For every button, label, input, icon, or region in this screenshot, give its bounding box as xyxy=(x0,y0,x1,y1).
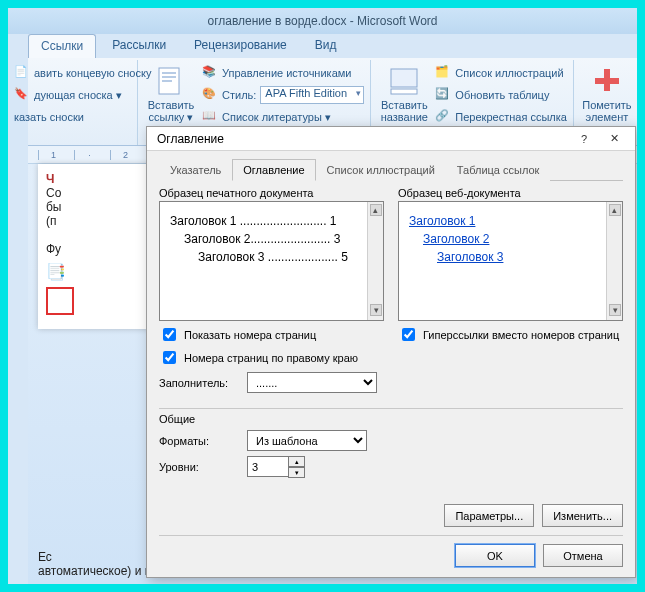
bibliography-icon: 📖 xyxy=(202,109,218,125)
svg-rect-2 xyxy=(162,76,176,78)
modify-button[interactable]: Изменить... xyxy=(542,504,623,527)
levels-label: Уровни: xyxy=(159,461,239,473)
spin-up-icon[interactable]: ▴ xyxy=(288,456,305,467)
mark-entry-icon xyxy=(591,65,623,97)
preview-scrollbar-web[interactable]: ▴▾ xyxy=(606,202,622,320)
leader-label: Заполнитель: xyxy=(159,377,239,389)
scroll-up-icon[interactable]: ▴ xyxy=(370,204,382,216)
footnote-nav-icon: 🔖 xyxy=(14,87,30,103)
refresh-icon: 🔄 xyxy=(435,87,451,103)
citation-icon xyxy=(155,65,187,97)
citation-style-row: 🎨 Стиль: APA Fifth Edition xyxy=(202,84,364,106)
style-icon: 🎨 xyxy=(202,87,218,103)
web-link-3[interactable]: Заголовок 3 xyxy=(437,250,503,264)
svg-rect-1 xyxy=(162,72,176,74)
right-align-checkbox[interactable]: Номера страниц по правому краю xyxy=(159,348,384,367)
cross-reference-button[interactable]: 🔗Перекрестная ссылка xyxy=(435,106,567,128)
tab-figures[interactable]: Список иллюстраций xyxy=(316,159,446,181)
ribbon-tab-mailings[interactable]: Рассылки xyxy=(100,34,178,58)
insert-citation-button[interactable]: Вставить ссылку ▾ xyxy=(144,62,198,128)
close-button[interactable]: ✕ xyxy=(599,129,629,149)
tab-toc[interactable]: Оглавление xyxy=(232,159,315,181)
svg-rect-5 xyxy=(391,89,417,94)
tab-index[interactable]: Указатель xyxy=(159,159,232,181)
tab-leader-select[interactable]: ....... xyxy=(247,372,377,393)
sources-icon: 📚 xyxy=(202,65,218,81)
levels-input[interactable] xyxy=(247,456,289,477)
cancel-button[interactable]: Отмена xyxy=(543,544,623,567)
next-footnote-button[interactable]: 🔖дующая сноска ▾ xyxy=(14,84,131,106)
crossref-icon: 🔗 xyxy=(435,109,451,125)
dialog-titlebar[interactable]: Оглавление ? ✕ xyxy=(147,127,635,151)
dialog-title: Оглавление xyxy=(157,132,569,146)
bibliography-button[interactable]: 📖Список литературы ▾ xyxy=(202,106,364,128)
update-table-button[interactable]: 🔄Обновить таблицу xyxy=(435,84,567,106)
web-preview-label: Образец веб-документа xyxy=(398,187,623,199)
dialog-tabset: Указатель Оглавление Список иллюстраций … xyxy=(159,159,623,181)
tab-authorities[interactable]: Таблица ссылок xyxy=(446,159,551,181)
svg-rect-4 xyxy=(391,69,417,87)
document-area: Ч Собы(п Фу 📑 xyxy=(38,164,158,329)
close-icon: ✕ xyxy=(610,132,619,145)
ribbon-tab-links[interactable]: Ссылки xyxy=(28,34,96,58)
web-link-1[interactable]: Заголовок 1 xyxy=(409,214,475,228)
svg-rect-7 xyxy=(595,78,619,84)
app-titlebar: оглавление в ворде.docx - Microsoft Word xyxy=(8,8,637,34)
svg-rect-3 xyxy=(162,80,172,82)
figures-list-icon: 🗂️ xyxy=(435,65,451,81)
doc-heading: Ч xyxy=(46,172,150,186)
formats-select[interactable]: Из шаблона xyxy=(247,430,367,451)
toc-icon: 📑 xyxy=(46,262,150,281)
web-preview-box: Заголовок 1 Заголовок 2 Заголовок 3 ▴▾ xyxy=(398,201,623,321)
mark-entry-button[interactable]: Пометить элемент xyxy=(580,62,634,126)
scroll-down-icon[interactable]: ▾ xyxy=(370,304,382,316)
web-link-2[interactable]: Заголовок 2 xyxy=(423,232,489,246)
endnote-icon: 📄 xyxy=(14,65,30,81)
formats-label: Форматы: xyxy=(159,435,239,447)
print-preview-box: Заголовок 1 .......................... 1… xyxy=(159,201,384,321)
show-notes-button[interactable]: казать сноски xyxy=(14,106,131,128)
scroll-up-icon[interactable]: ▴ xyxy=(609,204,621,216)
toc-dialog: Оглавление ? ✕ Указатель Оглавление Спис… xyxy=(146,126,636,578)
hyperlinks-checkbox[interactable]: Гиперссылки вместо номеров страниц xyxy=(398,325,623,344)
insert-caption-button[interactable]: Вставить название xyxy=(377,62,431,128)
manage-sources-button[interactable]: 📚Управление источниками xyxy=(202,62,364,84)
help-button[interactable]: ? xyxy=(569,129,599,149)
show-page-numbers-checkbox[interactable]: Показать номера страниц xyxy=(159,325,384,344)
selection-marker xyxy=(46,287,74,315)
table-of-figures-button[interactable]: 🗂️Список иллюстраций xyxy=(435,62,567,84)
citation-style-combo[interactable]: APA Fifth Edition xyxy=(260,86,364,104)
scroll-down-icon[interactable]: ▾ xyxy=(609,304,621,316)
insert-endnote-button[interactable]: 📄авить концевую сноску xyxy=(14,62,131,84)
ok-button[interactable]: OK xyxy=(455,544,535,567)
ribbon-tab-view[interactable]: Вид xyxy=(303,34,349,58)
print-preview-label: Образец печатного документа xyxy=(159,187,384,199)
ribbon-tabstrip: Ссылки Рассылки Рецензирование Вид xyxy=(8,34,637,58)
caption-icon xyxy=(388,65,420,97)
spin-down-icon[interactable]: ▾ xyxy=(288,467,305,478)
ribbon-tab-review[interactable]: Рецензирование xyxy=(182,34,299,58)
general-label: Общие xyxy=(159,413,623,425)
levels-spinner[interactable]: ▴▾ xyxy=(247,456,305,478)
options-button[interactable]: Параметры... xyxy=(444,504,534,527)
preview-scrollbar[interactable]: ▴▾ xyxy=(367,202,383,320)
